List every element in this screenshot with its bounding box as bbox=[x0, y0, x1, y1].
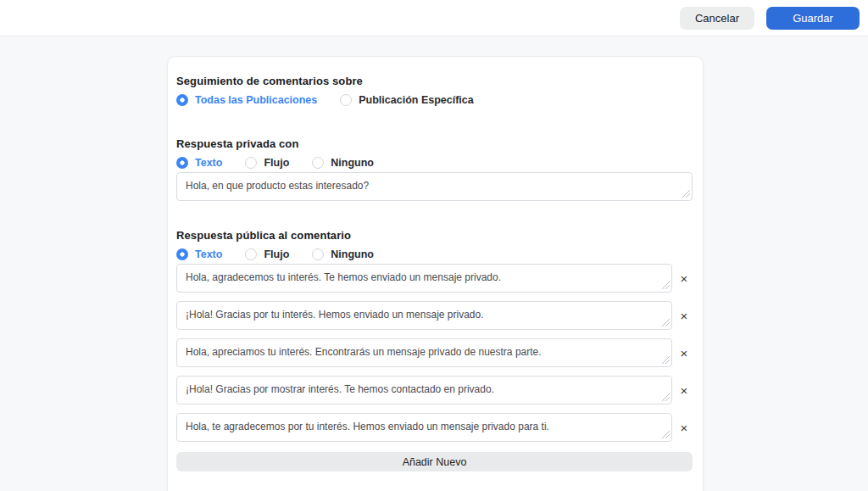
section-public-reply: Respuesta pública al comentario Texto Fl… bbox=[176, 229, 693, 471]
private-reply-textarea-wrap: Hola, en que producto estas interesado? bbox=[176, 172, 693, 201]
radio-option-label: Texto bbox=[195, 248, 222, 260]
radio-option-none[interactable]: Ninguno bbox=[312, 157, 374, 169]
save-button[interactable]: Guardar bbox=[766, 7, 860, 30]
comment-followup-settings-card: Seguimiento de comentarios sobre Todas l… bbox=[167, 56, 704, 491]
public-reply-textarea-wrap: ¡Hola! Gracias por tu interés. Hemos env… bbox=[176, 301, 672, 330]
public-reply-textarea-wrap: Hola, agradecemos tu interés. Te hemos e… bbox=[176, 264, 672, 293]
public-reply-textarea-wrap: Hola, te agradecemos por tu interés. Hem… bbox=[176, 413, 672, 442]
radio-icon bbox=[312, 157, 324, 169]
public-reply-row: Hola, agradecemos tu interés. Te hemos e… bbox=[176, 264, 693, 293]
radio-option-label: Ninguno bbox=[331, 157, 374, 169]
radio-option-label: Texto bbox=[195, 157, 222, 169]
radio-option-none[interactable]: Ninguno bbox=[312, 248, 374, 260]
public-reply-message-list: Hola, agradecemos tu interés. Te hemos e… bbox=[176, 264, 693, 442]
radio-icon bbox=[176, 94, 188, 106]
section-private-reply: Respuesta privada con Texto Flujo Ningun… bbox=[176, 137, 693, 201]
radio-option-flow[interactable]: Flujo bbox=[245, 248, 289, 260]
radio-icon bbox=[312, 248, 324, 260]
radio-icon bbox=[245, 248, 257, 260]
radio-option-label: Flujo bbox=[264, 248, 289, 260]
remove-response-button close-icon[interactable]: × bbox=[676, 421, 693, 434]
radio-icon bbox=[176, 248, 188, 260]
remove-response-button close-icon[interactable]: × bbox=[676, 347, 693, 360]
radio-option-text[interactable]: Texto bbox=[176, 157, 222, 169]
radio-icon bbox=[176, 157, 188, 169]
radio-option-label: Todas las Publicaciones bbox=[195, 94, 317, 106]
public-reply-row: Hola, apreciamos tu interés. Encontrarás… bbox=[176, 338, 693, 367]
radio-option-all-posts[interactable]: Todas las Publicaciones bbox=[176, 94, 317, 106]
public-reply-textarea-wrap: ¡Hola! Gracias por mostrar interés. Te h… bbox=[176, 376, 672, 405]
radio-option-specific-post[interactable]: Publicación Específica bbox=[340, 94, 473, 106]
public-reply-textarea[interactable]: Hola, agradecemos tu interés. Te hemos e… bbox=[176, 264, 672, 293]
add-new-response-button[interactable]: Añadir Nuevo bbox=[176, 452, 693, 471]
public-reply-radio-group: Texto Flujo Ninguno bbox=[176, 248, 693, 260]
top-action-bar: Cancelar Guardar bbox=[0, 0, 868, 36]
public-reply-textarea[interactable]: ¡Hola! Gracias por mostrar interés. Te h… bbox=[176, 376, 672, 405]
remove-response-button close-icon[interactable]: × bbox=[676, 310, 693, 322]
private-reply-textarea[interactable]: Hola, en que producto estas interesado? bbox=[176, 172, 693, 201]
radio-option-text[interactable]: Texto bbox=[176, 248, 222, 260]
remove-response-button close-icon[interactable]: × bbox=[676, 272, 693, 285]
radio-option-flow[interactable]: Flujo bbox=[245, 157, 289, 169]
tracking-radio-group: Todas las Publicaciones Publicación Espe… bbox=[176, 94, 693, 106]
radio-option-label: Ninguno bbox=[331, 248, 374, 260]
section-tracking: Seguimiento de comentarios sobre Todas l… bbox=[176, 75, 693, 106]
radio-option-label: Flujo bbox=[264, 157, 289, 169]
public-reply-textarea[interactable]: Hola, te agradecemos por tu interés. Hem… bbox=[176, 413, 672, 442]
radio-option-label: Publicación Específica bbox=[359, 94, 473, 106]
radio-icon bbox=[245, 157, 257, 169]
public-reply-textarea[interactable]: ¡Hola! Gracias por tu interés. Hemos env… bbox=[176, 301, 672, 330]
section-tracking-title: Seguimiento de comentarios sobre bbox=[176, 75, 693, 87]
public-reply-row: ¡Hola! Gracias por mostrar interés. Te h… bbox=[176, 376, 693, 405]
remove-response-button close-icon[interactable]: × bbox=[676, 384, 693, 397]
radio-icon bbox=[340, 94, 352, 106]
public-reply-row: Hola, te agradecemos por tu interés. Hem… bbox=[176, 413, 693, 442]
section-private-title: Respuesta privada con bbox=[176, 137, 693, 150]
cancel-button[interactable]: Cancelar bbox=[680, 7, 754, 30]
public-reply-row: ¡Hola! Gracias por tu interés. Hemos env… bbox=[176, 301, 693, 330]
public-reply-textarea[interactable]: Hola, apreciamos tu interés. Encontrarás… bbox=[176, 338, 672, 367]
section-public-title: Respuesta pública al comentario bbox=[176, 229, 693, 242]
private-reply-radio-group: Texto Flujo Ninguno bbox=[176, 157, 693, 169]
public-reply-textarea-wrap: Hola, apreciamos tu interés. Encontrarás… bbox=[176, 338, 672, 367]
